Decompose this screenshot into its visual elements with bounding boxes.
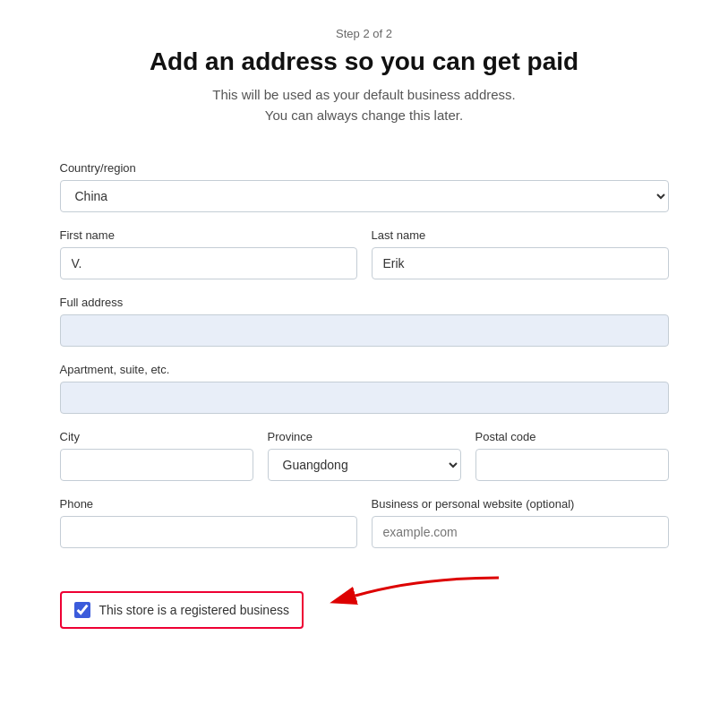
phone-input[interactable]	[60, 516, 357, 548]
last-name-label: Last name	[372, 228, 669, 242]
province-label: Province	[268, 430, 461, 443]
website-group: Business or personal website (optional)	[372, 497, 669, 548]
first-name-group: First name	[60, 228, 357, 279]
postal-code-input[interactable]	[475, 449, 669, 481]
subtitle-line1: This will be used as your default busine…	[212, 87, 516, 102]
apartment-input[interactable]	[60, 382, 669, 414]
name-row: First name Last name	[60, 228, 669, 296]
step-label: Step 2 of 2	[60, 27, 669, 40]
arrow-indicator	[329, 569, 508, 618]
city-province-postal-row: City Province Guangdong Postal code	[60, 430, 669, 497]
city-group: City	[60, 430, 253, 481]
country-group: Country/region China	[60, 161, 669, 212]
registered-business-checkbox-container[interactable]: This store is a registered business	[60, 591, 304, 629]
full-address-input[interactable]	[60, 314, 669, 347]
city-label: City	[60, 430, 253, 443]
registered-business-label: This store is a registered business	[99, 603, 289, 617]
registered-business-checkbox[interactable]	[74, 602, 90, 618]
apartment-group: Apartment, suite, etc.	[60, 363, 669, 414]
last-name-input[interactable]	[372, 247, 669, 279]
first-name-label: First name	[60, 228, 357, 242]
postal-code-group: Postal code	[475, 430, 669, 481]
address-form: Country/region China First name Last nam…	[60, 161, 669, 629]
province-select[interactable]: Guangdong	[268, 449, 461, 481]
city-input[interactable]	[60, 449, 253, 481]
country-label: Country/region	[60, 161, 669, 175]
page-title: Add an address so you can get paid	[60, 47, 669, 76]
phone-website-row: Phone Business or personal website (opti…	[60, 497, 669, 564]
website-label: Business or personal website (optional)	[372, 497, 669, 511]
last-name-group: Last name	[372, 228, 669, 279]
first-name-input[interactable]	[60, 247, 357, 279]
phone-label: Phone	[60, 497, 357, 511]
full-address-group: Full address	[60, 296, 669, 347]
subtitle: This will be used as your default busine…	[60, 85, 669, 125]
full-address-label: Full address	[60, 296, 669, 309]
subtitle-line2: You can always change this later.	[265, 107, 463, 123]
country-select[interactable]: China	[60, 180, 669, 212]
website-input[interactable]	[372, 516, 669, 548]
phone-group: Phone	[60, 497, 357, 548]
apartment-label: Apartment, suite, etc.	[60, 363, 669, 376]
province-group: Province Guangdong	[268, 430, 461, 481]
page-header: Step 2 of 2 Add an address so you can ge…	[60, 27, 669, 125]
postal-code-label: Postal code	[475, 430, 669, 443]
